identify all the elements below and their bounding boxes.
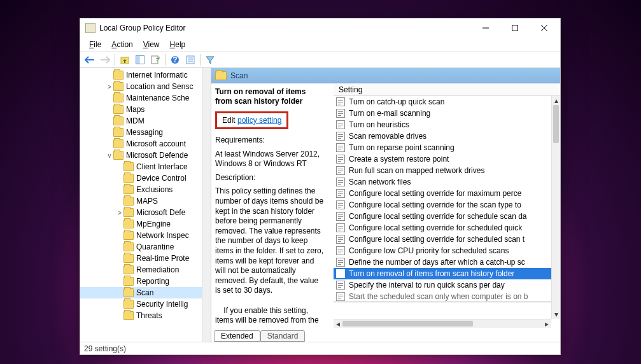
tree-item[interactable]: Security Intellig: [80, 298, 211, 310]
tab-standard[interactable]: Standard: [260, 330, 306, 342]
menu-file[interactable]: File: [84, 39, 106, 50]
setting-item[interactable]: Turn on removal of items from scan histo…: [334, 268, 551, 279]
tree-item[interactable]: Quarantine: [80, 241, 211, 253]
edit-policy-link[interactable]: policy setting: [237, 116, 281, 125]
hscroll-thumb[interactable]: [342, 321, 473, 326]
pane-header: Scan: [211, 68, 560, 83]
tree-item[interactable]: Network Inspec: [80, 230, 211, 241]
tree-item-label: Security Intellig: [136, 300, 188, 309]
setting-item[interactable]: Specify the interval to run quick scans …: [334, 279, 551, 291]
setting-label: Start the scheduled scan only when compu…: [349, 292, 528, 301]
tree-item[interactable]: Internet Informatic: [80, 69, 211, 81]
setting-item[interactable]: Configure local setting override for max…: [334, 188, 551, 199]
help-button[interactable]: ?: [168, 53, 182, 67]
show-hide-tree-button[interactable]: [133, 53, 147, 67]
titlebar[interactable]: Local Group Policy Editor: [80, 18, 560, 38]
setting-item[interactable]: Scan network files: [334, 176, 551, 188]
policy-icon: [336, 155, 345, 164]
tree-item-label: Microsoft Defende: [126, 151, 188, 160]
close-button[interactable]: [530, 18, 559, 38]
scroll-up-icon[interactable]: ▴: [552, 96, 560, 105]
selected-policy-title: Turn on removal of items from scan histo…: [215, 87, 324, 106]
main-area: Internet Informatic>Location and SenscMa…: [80, 68, 560, 342]
right-pane: Scan Turn on removal of items from scan …: [211, 68, 560, 342]
tree-item[interactable]: Scan: [80, 287, 211, 298]
tree-item-label: Maintenance Sche: [126, 94, 189, 102]
properties-button[interactable]: [183, 53, 197, 67]
setting-item[interactable]: Run full scan on mapped network drives: [334, 165, 551, 176]
scroll-left-icon[interactable]: ◂: [334, 319, 342, 328]
expand-icon[interactable]: >: [116, 209, 123, 216]
requirements-text: At least Windows Server 2012, Windows 8 …: [215, 150, 324, 169]
tree-item-label: Microsoft account: [126, 139, 186, 148]
maximize-button[interactable]: [500, 18, 530, 38]
setting-item[interactable]: Configure local setting override for sch…: [334, 211, 551, 222]
setting-item[interactable]: Define the number of days after which a …: [334, 256, 551, 268]
filter-button[interactable]: [203, 53, 217, 67]
setting-item[interactable]: Turn on heuristics: [334, 119, 551, 130]
tree-item-label: MpEngine: [136, 220, 171, 228]
minimize-button[interactable]: [471, 18, 500, 38]
setting-item[interactable]: Configure local setting override for sch…: [334, 222, 551, 234]
forward-button[interactable]: [98, 53, 112, 67]
setting-label: Turn on reparse point scanning: [349, 143, 454, 152]
setting-item[interactable]: Turn on catch-up quick scan: [334, 96, 551, 108]
policy-icon: [336, 281, 345, 290]
tree-item[interactable]: Exclusions: [80, 184, 211, 195]
tree-item-label: Exclusions: [136, 185, 173, 194]
list-column-header[interactable]: Setting: [334, 83, 560, 96]
tree-item[interactable]: Device Control: [80, 172, 211, 184]
tree-item[interactable]: Reporting: [80, 276, 211, 287]
folder-icon: [113, 128, 123, 137]
tree-item-label: Network Inspec: [136, 231, 189, 240]
tree-item[interactable]: Remediation: [80, 264, 211, 276]
setting-item[interactable]: Create a system restore point: [334, 153, 551, 165]
list-vscrollbar[interactable]: ▴ ▾: [551, 96, 560, 319]
setting-item[interactable]: Configure local setting override for sch…: [334, 234, 551, 245]
tree-item-label: Microsoft Defe: [136, 208, 185, 217]
scroll-thumb[interactable]: [553, 105, 559, 143]
tab-extended[interactable]: Extended: [214, 330, 260, 342]
tree-item[interactable]: Maps: [80, 104, 211, 115]
menu-action[interactable]: Action: [106, 39, 137, 50]
tree-pane[interactable]: Internet Informatic>Location and SenscMa…: [80, 68, 211, 342]
export-button[interactable]: [148, 53, 162, 67]
tree-scrollbar[interactable]: [202, 68, 211, 342]
tree-item[interactable]: MDM: [80, 115, 211, 127]
setting-item[interactable]: Configure low CPU priority for scheduled…: [334, 245, 551, 256]
setting-item[interactable]: Turn on e-mail scanning: [334, 108, 551, 119]
setting-label: Configure local setting override for sch…: [349, 212, 527, 221]
list-hscrollbar[interactable]: ◂ ▸: [334, 319, 551, 328]
up-button[interactable]: [118, 53, 132, 67]
back-button[interactable]: [83, 53, 97, 67]
tree-item[interactable]: >Location and Sensc: [80, 81, 211, 92]
tree-item[interactable]: Maintenance Sche: [80, 92, 211, 104]
tree-item[interactable]: Real-time Prote: [80, 253, 211, 264]
setting-label: Configure local setting override for max…: [349, 189, 521, 198]
expand-icon[interactable]: v: [106, 152, 113, 159]
tree-item-label: MAPS: [136, 197, 158, 206]
tree-item[interactable]: Client Interface: [80, 161, 211, 172]
menu-help[interactable]: Help: [165, 39, 191, 50]
tree-item[interactable]: Threats: [80, 310, 211, 321]
setting-item[interactable]: Scan removable drives: [334, 130, 551, 142]
scroll-right-icon[interactable]: ▸: [542, 319, 551, 328]
tree-item[interactable]: MpEngine: [80, 218, 211, 230]
setting-label: Scan removable drives: [349, 132, 426, 141]
svg-rect-3: [136, 55, 139, 64]
tree-item[interactable]: Messaging: [80, 127, 211, 138]
expand-icon[interactable]: >: [106, 83, 113, 90]
setting-item[interactable]: Turn on reparse point scanning: [334, 142, 551, 153]
setting-item[interactable]: Configure local setting override for the…: [334, 199, 551, 211]
pane-title: Scan: [230, 71, 248, 80]
menu-view[interactable]: View: [138, 39, 165, 50]
folder-icon: [123, 197, 134, 206]
tree-item[interactable]: Microsoft account: [80, 138, 211, 150]
tree-item[interactable]: vMicrosoft Defende: [80, 150, 211, 161]
scroll-down-icon[interactable]: ▾: [552, 310, 560, 319]
setting-item[interactable]: Start the scheduled scan only when compu…: [334, 291, 551, 302]
tree-item[interactable]: MAPS: [80, 195, 211, 207]
folder-icon: [123, 208, 134, 217]
setting-label: Configure local setting override for sch…: [349, 223, 522, 232]
tree-item[interactable]: >Microsoft Defe: [80, 207, 211, 218]
